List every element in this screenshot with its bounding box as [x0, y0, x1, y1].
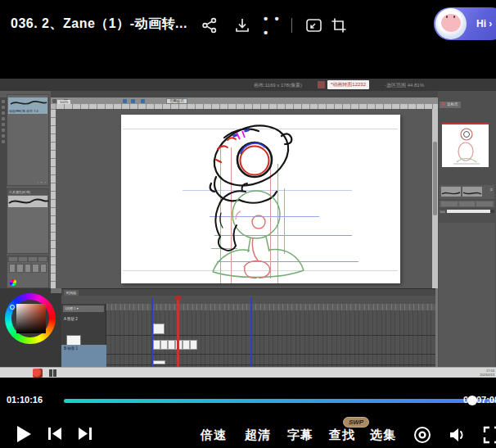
subtool-selected-brush[interactable]: 动画用铅笔 浓芯 7.4 [8, 97, 47, 114]
quality-button[interactable]: 超清 [245, 428, 271, 443]
subtool-footer-icons[interactable]: ▫ ▪ ▫ [38, 180, 47, 184]
csp-canvas-info: 画布:1169 x 178(像素) [254, 82, 302, 89]
layer-blend-icons [440, 215, 494, 222]
timeline-transport [61, 296, 435, 304]
opacity-value: 100 [440, 210, 445, 214]
grid-icon[interactable] [52, 99, 56, 103]
palette-cells[interactable] [7, 262, 48, 274]
play-button[interactable] [15, 424, 33, 447]
keyframe-cell[interactable] [183, 340, 190, 350]
crop-icon[interactable] [330, 16, 348, 34]
hue-marker [10, 305, 15, 310]
hue-ring[interactable] [5, 293, 56, 344]
csp-document-tab[interactable]: *动画转面12232 [327, 80, 369, 89]
right-dock: 导航器 ≡ 100 [438, 91, 496, 367]
csp-menubar [0, 91, 496, 97]
download-icon[interactable] [233, 16, 251, 34]
playback-speed-button[interactable]: 倍速 [201, 428, 227, 443]
top-bar: 036. 2、Zane（1）-动画转... • • • [0, 0, 496, 49]
navigator-tab[interactable]: 导航器 [440, 102, 461, 108]
video-player-app: 036. 2、Zane（1）-动画转... • • • [0, 0, 496, 448]
canvas-zoom-tab[interactable]: 100% [57, 100, 70, 104]
csp-doc-icon [318, 81, 325, 88]
progress-row: 01:10:16 03:07:08 [0, 393, 496, 408]
keyframe-cell[interactable] [190, 340, 197, 350]
track-label-2: B 转面 1 [64, 346, 78, 351]
more-icon[interactable]: • • • [264, 16, 282, 34]
panel-menu-icon[interactable]: ≡ [490, 187, 493, 197]
paint-app-taskbar-icon[interactable] [33, 369, 43, 378]
horizontal-ruler [56, 104, 438, 109]
taskbar-clock[interactable]: 17:24 2023/4/13 [480, 369, 494, 377]
keyframe-cell[interactable] [160, 340, 168, 350]
toolbar-button[interactable]: 启用标尺 [166, 98, 187, 104]
keyframe-cell[interactable] [168, 340, 175, 350]
fullscreen-icon[interactable] [483, 426, 496, 447]
current-time: 01:10:16 [7, 395, 43, 405]
rotate-icon[interactable] [123, 99, 127, 103]
navigator-icon [442, 102, 445, 106]
layer-panel-tabs[interactable] [440, 201, 494, 207]
timeline-track-column: 1内图 1 ▾ A 图层 2 B 转面 1 C 草稿 1 [61, 304, 106, 368]
tool-strip[interactable] [0, 97, 7, 288]
canvas-scrollbar[interactable] [432, 109, 438, 288]
timeline-scrollbar[interactable] [435, 288, 438, 367]
csp-titlebar: 画布:1169 x 178(像素) *动画转面12232 -选区范围 44.81… [0, 79, 496, 91]
picture-in-picture-icon[interactable] [304, 16, 322, 34]
progress-bar[interactable] [64, 399, 496, 403]
episodes-button[interactable]: 选集 [370, 428, 396, 443]
find-button[interactable]: 查找 [329, 428, 355, 443]
navigator-thumbnail[interactable] [442, 123, 489, 167]
timeline-tab[interactable]: 时间线 [64, 290, 79, 296]
avatar [435, 8, 467, 39]
stroke-preview [8, 196, 47, 207]
brush-name: 动画用铅笔 浓芯 7.4 [9, 109, 48, 113]
saturation-value-square[interactable] [16, 304, 46, 333]
track-label-1[interactable]: A 图层 2 [64, 317, 78, 321]
timeline-panel: 时间线 1内图 1 ▾ A 图层 2 [61, 288, 435, 367]
next-episode-button[interactable] [77, 426, 92, 445]
subtool-tabs [7, 95, 48, 97]
player-controls: 倍速 超清 字幕 查找 SWP 选集 [0, 419, 496, 448]
mini-palette-panel [7, 256, 49, 288]
start-button[interactable] [49, 369, 56, 377]
brush-shape-2[interactable] [462, 187, 482, 197]
track-group-header[interactable]: 1内图 1 ▾ [63, 305, 104, 312]
color-wheel-panel [0, 288, 61, 367]
playback-range-start[interactable] [151, 297, 153, 368]
topbar-divider [291, 18, 292, 33]
timeline-lanes[interactable] [106, 310, 435, 368]
account-avatar-button[interactable]: Hi › [434, 7, 496, 40]
windows-taskbar: 17:24 2023/4/13 [0, 367, 496, 378]
color-wheel-mini-icon[interactable] [10, 279, 16, 286]
video-title: 036. 2、Zane（1）-动画转... [11, 16, 187, 33]
csp-zoom-info: -选区范围 44.81% [385, 82, 424, 89]
keyframe-cell[interactable] [153, 324, 165, 334]
playback-range-end[interactable] [250, 297, 252, 368]
canvas-area[interactable]: 100% [51, 104, 438, 288]
subtitle-button[interactable]: 字幕 [287, 428, 313, 443]
timeline-ruler[interactable] [106, 304, 435, 310]
brush-shape-1[interactable] [441, 187, 461, 197]
vertical-ruler [51, 109, 56, 288]
keyframe-bar[interactable] [153, 360, 165, 364]
volume-icon[interactable] [449, 426, 467, 447]
previous-episode-button[interactable] [47, 426, 63, 445]
drawing-page[interactable] [121, 115, 400, 283]
left-dock: 动画用铅笔 浓芯 7.4 ▫ ▪ ▫ 工具属性[铅笔] [0, 91, 51, 288]
progress-scrubber[interactable] [467, 396, 477, 405]
palette-tabs[interactable] [7, 256, 48, 262]
avatar-label: Hi › [476, 18, 492, 29]
track-selected[interactable]: B 转面 1 [61, 345, 106, 368]
reset-view-icon[interactable] [141, 99, 145, 103]
video-frame[interactable]: 画布:1169 x 178(像素) *动画转面12232 -选区范围 44.81… [0, 79, 496, 378]
subtool-panel: 动画用铅笔 浓芯 7.4 ▫ ▪ ▫ [7, 94, 49, 186]
brush-shape-panel: ≡ [440, 185, 494, 199]
opacity-slider[interactable] [447, 210, 494, 213]
flip-icon[interactable] [131, 99, 135, 103]
timeline-playhead[interactable] [177, 296, 179, 368]
share-icon[interactable] [201, 16, 219, 34]
cast-icon[interactable] [413, 426, 431, 447]
keyframe-cell[interactable] [153, 340, 160, 350]
swp-badge: SWP [343, 417, 369, 428]
